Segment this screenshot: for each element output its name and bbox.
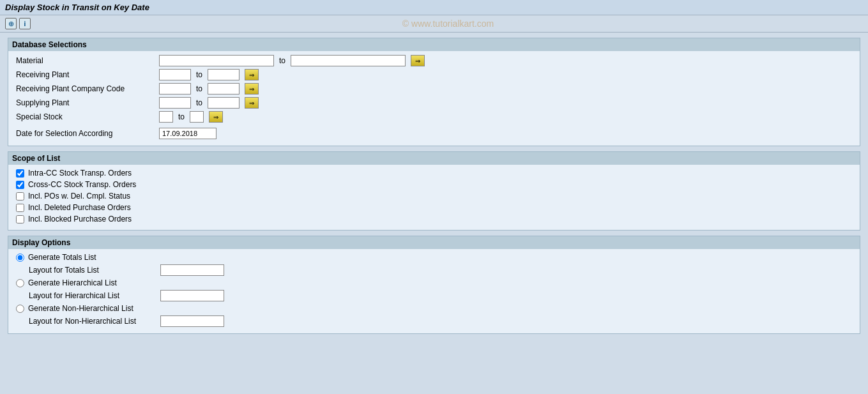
- totals-layout-row: Layout for Totals List: [29, 264, 852, 276]
- intra-cc-label: Intra-CC Stock Transp. Orders: [28, 169, 132, 178]
- hierarchical-list-radio[interactable]: [16, 279, 24, 287]
- totals-list-row: Generate Totals List: [16, 253, 852, 262]
- database-selections-header: Database Selections: [8, 38, 860, 51]
- receiving-plant-row: Receiving Plant to ⇒: [16, 69, 852, 80]
- page-title: Display Stock in Transit on Key Date: [5, 3, 863, 12]
- supplying-plant-to-input[interactable]: [208, 97, 240, 109]
- non-hierarchical-list-label: Generate Non-Hierarchical List: [28, 304, 133, 313]
- cross-cc-label: Cross-CC Stock Transp. Orders: [28, 180, 136, 189]
- totals-layout-label: Layout for Totals List: [29, 266, 156, 275]
- non-hierarchical-layout-row: Layout for Non-Hierarchical List: [29, 315, 852, 327]
- rpcc-to-input[interactable]: [208, 83, 240, 95]
- hierarchical-list-label: Generate Hierarchical List: [28, 278, 117, 287]
- date-row: Date for Selection According: [16, 128, 852, 139]
- rpcc-to-label: to: [196, 84, 202, 93]
- intra-cc-checkbox[interactable]: [16, 169, 24, 178]
- special-stock-row: Special Stock to ⇒: [16, 111, 852, 123]
- main-content: Database Selections Material to ⇒ Receiv…: [0, 33, 868, 344]
- non-hierarchical-layout-label: Layout for Non-Hierarchical List: [29, 317, 156, 326]
- hierarchical-layout-label: Layout for Hierarchical List: [29, 291, 156, 300]
- toolbar: ⊕ i © www.tutorialkart.com: [0, 15, 868, 33]
- supplying-plant-row: Supplying Plant to ⇒: [16, 97, 852, 109]
- non-hierarchical-layout-input[interactable]: [160, 315, 224, 327]
- display-options-section: Display Options Generate Totals List Lay…: [8, 236, 860, 334]
- cross-cc-row: Cross-CC Stock Transp. Orders: [16, 180, 852, 189]
- info-icon[interactable]: i: [19, 18, 31, 29]
- material-to-input[interactable]: [291, 55, 406, 66]
- special-stock-arrow-btn[interactable]: ⇒: [209, 111, 223, 123]
- incl-blocked-row: Incl. Blocked Purchase Orders: [16, 215, 852, 224]
- hierarchical-list-row: Generate Hierarchical List: [16, 278, 852, 287]
- watermark: © www.tutorialkart.com: [33, 19, 863, 29]
- totals-layout-input[interactable]: [160, 264, 224, 276]
- material-label: Material: [16, 56, 156, 65]
- scope-of-list-header: Scope of List: [8, 152, 860, 165]
- incl-blocked-checkbox[interactable]: [16, 215, 24, 224]
- material-row: Material to ⇒: [16, 55, 852, 66]
- special-stock-label: Special Stock: [16, 112, 156, 121]
- nav-icon[interactable]: ⊕: [5, 18, 17, 29]
- display-options-body: Generate Totals List Layout for Totals L…: [8, 249, 860, 333]
- date-input[interactable]: [159, 128, 217, 139]
- incl-pos-label: Incl. POs w. Del. Cmpl. Status: [28, 192, 130, 201]
- receiving-plant-arrow-btn[interactable]: ⇒: [245, 69, 259, 80]
- scope-of-list-section: Scope of List Intra-CC Stock Transp. Ord…: [8, 151, 860, 231]
- hierarchical-layout-input[interactable]: [160, 290, 224, 301]
- incl-deleted-checkbox[interactable]: [16, 204, 24, 212]
- intra-cc-row: Intra-CC Stock Transp. Orders: [16, 169, 852, 178]
- totals-list-label: Generate Totals List: [28, 253, 96, 262]
- display-options-header: Display Options: [8, 236, 860, 249]
- scope-of-list-body: Intra-CC Stock Transp. Orders Cross-CC S…: [8, 165, 860, 230]
- rpcc-from-input[interactable]: [159, 83, 191, 95]
- special-stock-to-input[interactable]: [190, 111, 204, 123]
- non-hierarchical-list-radio[interactable]: [16, 305, 24, 313]
- receiving-plant-to-label: to: [196, 70, 202, 79]
- date-label: Date for Selection According: [16, 129, 156, 138]
- incl-deleted-label: Incl. Deleted Purchase Orders: [28, 203, 131, 212]
- non-hierarchical-list-row: Generate Non-Hierarchical List: [16, 304, 852, 313]
- receiving-plant-company-code-row: Receiving Plant Company Code to ⇒: [16, 83, 852, 95]
- hierarchical-layout-row: Layout for Hierarchical List: [29, 290, 852, 301]
- material-arrow-btn[interactable]: ⇒: [411, 55, 425, 66]
- supplying-plant-from-input[interactable]: [159, 97, 191, 109]
- incl-blocked-label: Incl. Blocked Purchase Orders: [28, 215, 132, 224]
- incl-deleted-row: Incl. Deleted Purchase Orders: [16, 203, 852, 212]
- incl-pos-checkbox[interactable]: [16, 192, 24, 201]
- cross-cc-checkbox[interactable]: [16, 181, 24, 189]
- receiving-plant-from-input[interactable]: [159, 69, 191, 80]
- supplying-plant-arrow-btn[interactable]: ⇒: [245, 97, 259, 109]
- database-selections-body: Material to ⇒ Receiving Plant to ⇒ Recei…: [8, 51, 860, 146]
- special-stock-to-label: to: [178, 112, 185, 121]
- title-bar: Display Stock in Transit on Key Date: [0, 0, 868, 15]
- receiving-plant-label: Receiving Plant: [16, 70, 156, 79]
- special-stock-from-input[interactable]: [159, 111, 173, 123]
- incl-pos-row: Incl. POs w. Del. Cmpl. Status: [16, 192, 852, 201]
- database-selections-section: Database Selections Material to ⇒ Receiv…: [8, 38, 860, 146]
- receiving-plant-company-code-label: Receiving Plant Company Code: [16, 84, 156, 93]
- supplying-plant-to-label: to: [196, 98, 202, 107]
- receiving-plant-to-input[interactable]: [208, 69, 240, 80]
- totals-list-radio[interactable]: [16, 254, 24, 262]
- material-from-input[interactable]: [159, 55, 274, 66]
- rpcc-arrow-btn[interactable]: ⇒: [245, 83, 259, 95]
- supplying-plant-label: Supplying Plant: [16, 98, 156, 107]
- material-to-label: to: [279, 56, 286, 65]
